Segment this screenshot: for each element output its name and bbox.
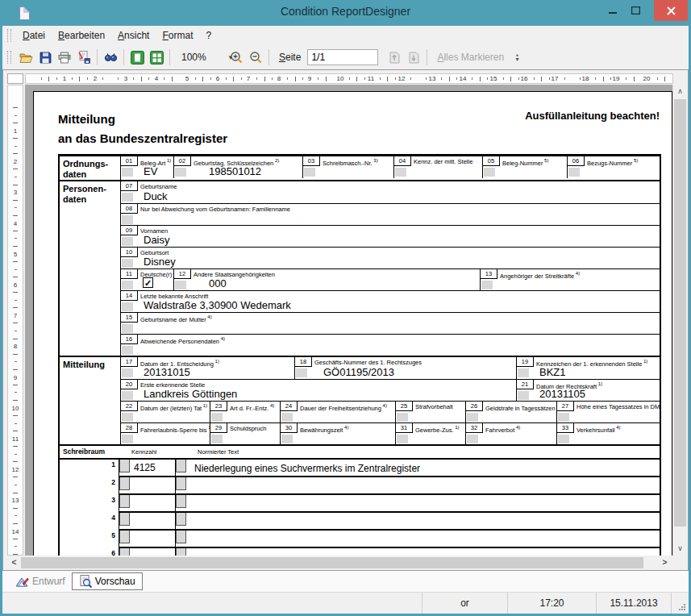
schreibraum-header: SchreibraumKennzahlNormierter Text <box>60 446 660 460</box>
vruler-number: 3 <box>8 189 23 196</box>
field-body: Datum der Rechtskraft 1)20131105 <box>534 380 660 401</box>
scroll-right-button[interactable]: > <box>658 556 672 569</box>
field-number-column: 26 <box>466 402 483 422</box>
open-icon <box>19 52 33 64</box>
scroll-up-button[interactable]: ∧ <box>673 85 687 98</box>
line-number: 2 <box>60 477 119 495</box>
form-field-20: 20Erste erkennende StelleLandkreis Götti… <box>121 380 516 401</box>
field-number-column: 32 <box>466 423 483 444</box>
field-number-column: 28 <box>121 423 138 444</box>
form-field-11: 11Deutsche(r)✓ <box>121 269 173 290</box>
scroll-left-button[interactable]: < <box>7 556 21 569</box>
field-gray-box <box>481 281 493 289</box>
page-input[interactable] <box>307 49 378 65</box>
kennzahl-value <box>130 477 176 493</box>
print-button[interactable] <box>55 48 74 67</box>
horizontal-scrollbar[interactable]: < > <box>7 556 672 569</box>
next-page-button[interactable] <box>404 48 423 67</box>
line-gray-box <box>176 548 186 556</box>
toolbar-overflow-button[interactable]: ▪ ▾ <box>512 48 522 67</box>
resize-grip[interactable] <box>671 593 689 614</box>
field-body: Höhe eines Tagessatzes in DM <box>574 402 660 422</box>
vruler-number: 6 <box>8 281 23 289</box>
export-button[interactable] <box>74 48 94 67</box>
line-gray-box <box>119 477 130 490</box>
vruler-number: 7 <box>8 312 23 319</box>
form-field-29: 29Schuldspruch <box>210 423 280 444</box>
field-gray-box <box>175 168 186 177</box>
field-label: Gewerbe-Zus. 1) <box>413 423 465 434</box>
field-body: Angehöriger der Streitkräfte 4) <box>497 269 660 290</box>
maximize-button[interactable] <box>625 0 646 21</box>
menu-item-bearbeiten[interactable]: Bearbeiten <box>52 27 111 44</box>
close-button[interactable] <box>654 0 688 21</box>
field-footnote: 1) <box>214 359 219 364</box>
field-body: Gewerbe-Zus. 1) <box>413 423 465 444</box>
section-rows: 01Beleg-Art 1)EV02Geburtstag, Schlüsselz… <box>121 156 660 180</box>
status-cell: 17:20 <box>507 593 596 614</box>
line-body <box>119 477 660 495</box>
scroll-down-button[interactable]: ∨ <box>673 542 687 556</box>
field-gray-box <box>122 168 133 177</box>
menu-item-format[interactable]: Format <box>156 27 199 44</box>
hruler-number: 17 <box>551 75 560 82</box>
open-button[interactable] <box>16 48 35 67</box>
menu-item-?[interactable]: ? <box>200 27 219 44</box>
hruler-number: 11 <box>367 75 375 82</box>
report-page: Mitteilung an das Bundeszentralregister … <box>33 91 672 556</box>
menu-item-ansicht[interactable]: Ansicht <box>111 27 156 44</box>
vruler-number: 11 <box>8 435 23 443</box>
field-number: 24 <box>281 402 298 411</box>
zoom-out-button[interactable] <box>246 48 265 67</box>
field-body: Letzte bekannte AnschriftWaldstraße 3,30… <box>138 291 660 312</box>
zoom-in-button[interactable] <box>227 48 246 67</box>
section-rows: 17Datum der 1. Entscheidung 1)2013101518… <box>121 357 660 444</box>
field-gray-box <box>122 346 133 355</box>
toolbar-separator <box>268 49 269 65</box>
normierter-text-column-header: Normierter Text <box>186 446 660 458</box>
horizontal-scroll-thumb[interactable] <box>21 557 643 568</box>
field-value: 20131105 <box>539 388 585 400</box>
form-field-03: 03Schreibmasch.-Nr. 3) <box>302 156 393 178</box>
form-field-14: 14Letzte bekannte AnschriftWaldstraße 3,… <box>121 291 660 312</box>
toolbar: 100% ▾ Seite <box>2 45 689 69</box>
find-button[interactable] <box>101 48 120 67</box>
export-icon <box>77 51 90 64</box>
field-gray-box <box>122 281 133 289</box>
zoom-in-icon <box>230 51 243 64</box>
draft-icon <box>15 576 29 587</box>
field-label: Bewährungszeit 4) <box>298 423 395 434</box>
field-number: 32 <box>466 423 483 433</box>
preview-icon <box>79 575 92 588</box>
multi-page-view-button[interactable] <box>147 48 166 67</box>
checkbox-checked: ✓ <box>143 277 153 288</box>
select-all-button[interactable]: Alles Markieren <box>431 52 510 63</box>
app-window: Condition ReportDesigner DateiBearbeiten… <box>0 0 691 616</box>
save-button[interactable] <box>35 48 55 67</box>
field-body: Fahrerlaubnis-Sperre bis 1) <box>138 423 210 444</box>
vertical-scrollbar[interactable]: ∧ ∨ <box>672 85 686 556</box>
field-footnote: 4) <box>514 425 520 430</box>
zoom-combobox[interactable]: 100% ▾ <box>177 49 227 65</box>
toolbar-overflow-arrow: ▾ <box>516 57 519 61</box>
single-page-view-button[interactable] <box>127 48 147 67</box>
prev-page-button[interactable] <box>385 48 404 67</box>
line-number: 1 <box>60 460 119 477</box>
minimize-button[interactable] <box>602 0 623 21</box>
form-field-32: 32Fahrverbot 4) <box>465 423 556 444</box>
titlebar: Condition ReportDesigner <box>0 0 691 26</box>
tab-vorschau[interactable]: Vorschau <box>72 572 143 590</box>
line-gray-box <box>176 513 186 526</box>
line-number: 4 <box>60 513 119 531</box>
field-body: Kennzeichen der 1. erkennenden Stelle 1)… <box>534 357 660 379</box>
normierter-text-value: Niederlegung eines Suchvermerks im Zentr… <box>187 460 660 476</box>
vertical-scroll-thumb[interactable] <box>674 99 686 527</box>
field-gray-box <box>467 435 478 443</box>
field-number-column: 27 <box>557 402 574 422</box>
field-value: 198501012 <box>209 165 261 177</box>
field-number: 02 <box>174 156 191 166</box>
tab-entwurf[interactable]: Entwurf <box>9 572 72 590</box>
hruler-number: 12 <box>398 75 406 82</box>
menu-item-datei[interactable]: Datei <box>16 27 52 44</box>
form-section: Mitteilung17Datum der 1. Entscheidung 1)… <box>60 356 660 444</box>
